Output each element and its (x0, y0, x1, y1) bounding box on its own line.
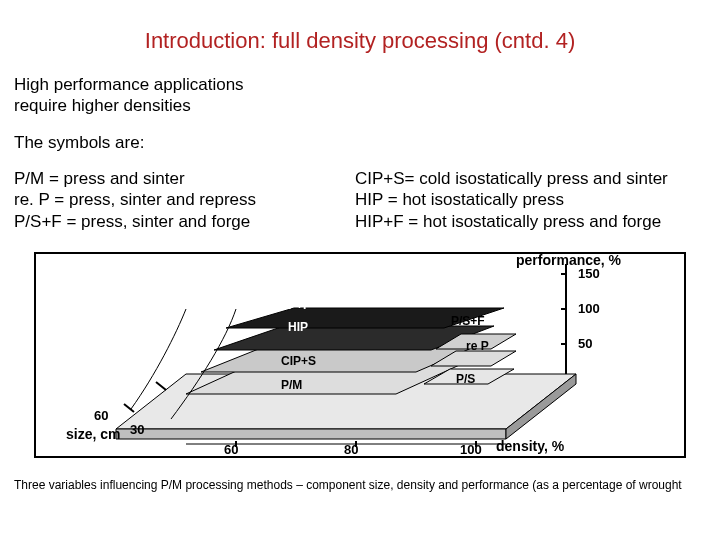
figure-3d-chart: performance, % 150 100 50 60 30 size, cm… (34, 252, 686, 458)
density-tick-100: 100 (460, 442, 482, 457)
band-hip: HIP (288, 320, 308, 334)
symbols-right-column: CIP+S= cold isostatically press and sint… (355, 168, 715, 232)
band-psf: P/S+F (451, 314, 485, 328)
svg-line-4 (124, 404, 134, 412)
intro-text: High performance applications require hi… (14, 74, 354, 117)
symbol-pm: P/M = press and sinter (14, 168, 334, 189)
symbol-rep: re. P = press, sinter and repress (14, 189, 334, 210)
size-tick-30: 30 (130, 422, 144, 437)
band-hipf: HIP+F (276, 298, 310, 312)
symbol-hip: HIP = hot isostatically press (355, 189, 715, 210)
perf-tick-50: 50 (578, 336, 592, 351)
figure-canvas: performance, % 150 100 50 60 30 size, cm… (36, 254, 684, 456)
size-tick-60: 60 (94, 408, 108, 423)
symbols-left-column: P/M = press and sinter re. P = press, si… (14, 168, 334, 232)
density-tick-80: 80 (344, 442, 358, 457)
intro-line-2: require higher densities (14, 95, 354, 116)
symbol-cips: CIP+S= cold isostatically press and sint… (355, 168, 715, 189)
band-ps: P/S (456, 372, 475, 386)
symbol-hipf: HIP+F = hot isostatically press and forg… (355, 211, 715, 232)
band-cips: CIP+S (281, 354, 316, 368)
axis-performance-label: performance, % (516, 252, 621, 268)
symbols-label: The symbols are: (14, 132, 144, 153)
intro-line-1: High performance applications (14, 74, 354, 95)
perf-tick-150: 150 (578, 266, 600, 281)
svg-line-5 (156, 382, 166, 390)
axis-density-label: density, % (496, 438, 564, 454)
slide: Introduction: full density processing (c… (0, 0, 720, 540)
figure-caption: Three variables influencing P/M processi… (14, 478, 706, 492)
band-pm: P/M (281, 378, 302, 392)
symbol-psf: P/S+F = press, sinter and forge (14, 211, 334, 232)
slide-title: Introduction: full density processing (c… (0, 28, 720, 54)
perf-tick-100: 100 (578, 301, 600, 316)
density-tick-60: 60 (224, 442, 238, 457)
band-rep: re P (466, 339, 489, 353)
axis-size-label: size, cm (66, 426, 120, 442)
